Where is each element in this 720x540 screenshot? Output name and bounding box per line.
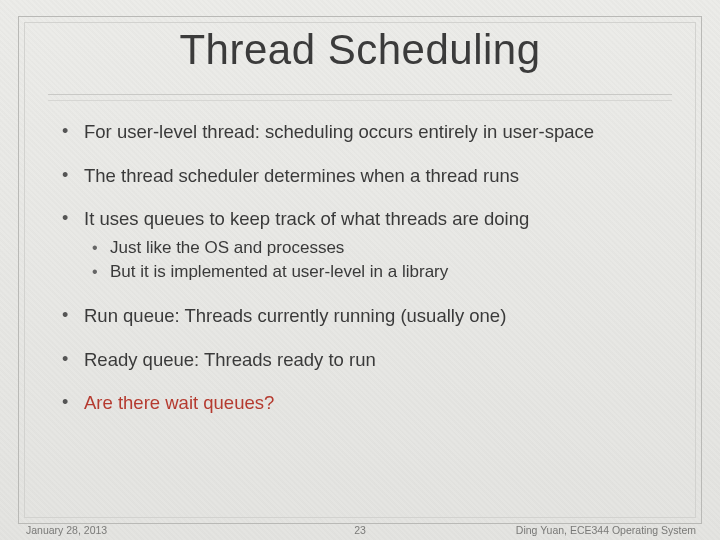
divider-lower <box>48 100 672 101</box>
slide-footer: January 28, 2013 23 Ding Yuan, ECE344 Op… <box>0 518 720 536</box>
footer-page-number: 23 <box>354 524 366 536</box>
sub-bullet-list: Just like the OS and processes But it is… <box>84 237 672 284</box>
bullet-item: The thread scheduler determines when a t… <box>56 164 672 188</box>
sub-bullet-item: Just like the OS and processes <box>84 237 672 259</box>
bullet-item: It uses queues to keep track of what thr… <box>56 207 672 284</box>
divider-upper <box>48 94 672 95</box>
footer-author: Ding Yuan, ECE344 Operating System <box>516 524 696 536</box>
bullet-item: Run queue: Threads currently running (us… <box>56 304 672 328</box>
bullet-item: For user-level thread: scheduling occurs… <box>56 120 672 144</box>
footer-date: January 28, 2013 <box>26 524 107 536</box>
sub-bullet-item: But it is implemented at user-level in a… <box>84 261 672 283</box>
bullet-item: Ready queue: Threads ready to run <box>56 348 672 372</box>
slide-title: Thread Scheduling <box>0 26 720 74</box>
bullet-list: For user-level thread: scheduling occurs… <box>56 120 672 415</box>
slide: Thread Scheduling For user-level thread:… <box>0 0 720 540</box>
bullet-item-highlight: Are there wait queues? <box>56 391 672 415</box>
slide-body: For user-level thread: scheduling occurs… <box>56 120 672 504</box>
bullet-text: It uses queues to keep track of what thr… <box>84 208 529 229</box>
